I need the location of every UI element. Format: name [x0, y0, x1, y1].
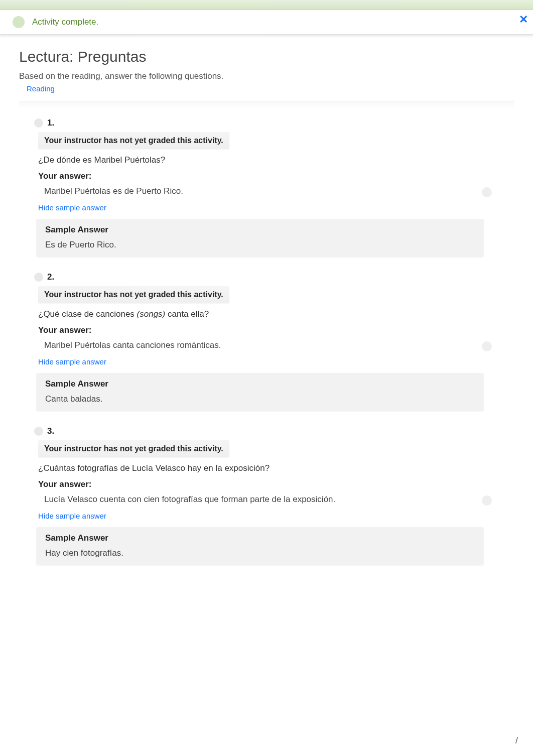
question-header: 3.: [34, 426, 514, 436]
your-answer-label: Your answer:: [38, 171, 514, 181]
grade-status: Your instructor has not yet graded this …: [38, 286, 229, 303]
sample-answer-title: Sample Answer: [45, 533, 475, 543]
page-subtitle: Based on the reading, answer the followi…: [19, 71, 514, 81]
question-header: 1.: [34, 118, 514, 128]
answer-status-icon: [482, 341, 492, 351]
your-answer-label: Your answer:: [38, 325, 514, 335]
question-block: 2. Your instructor has not yet graded th…: [34, 272, 514, 411]
notification-bar: Activity complete. ✕: [0, 10, 533, 34]
question-bullet-icon: [34, 118, 43, 128]
your-answer-text: Maribel Puértolas es de Puerto Rico.: [44, 186, 474, 196]
question-text: ¿Qué clase de canciones (songs) canta el…: [38, 309, 514, 319]
sample-answer-box: Sample Answer Hay cien fotografías.: [36, 527, 484, 565]
sample-answer-title: Sample Answer: [45, 379, 475, 389]
question-number: 3.: [47, 426, 54, 436]
answer-row: Maribel Puértolas canta canciones románt…: [34, 340, 514, 350]
your-answer-text: Maribel Puértolas canta canciones románt…: [44, 340, 474, 350]
question-bullet-icon: [34, 273, 43, 282]
question-text-post: canta ella?: [165, 309, 209, 319]
divider: [0, 34, 533, 38]
hide-sample-link[interactable]: Hide sample answer: [38, 203, 106, 212]
your-answer-label: Your answer:: [38, 479, 514, 489]
question-number: 2.: [47, 272, 54, 282]
grade-status: Your instructor has not yet graded this …: [38, 440, 229, 457]
sample-answer-title: Sample Answer: [45, 225, 475, 235]
sample-answer-box: Sample Answer Es de Puerto Rico.: [36, 219, 484, 257]
answer-row: Lucía Velasco cuenta con cien fotografía…: [34, 494, 514, 505]
questions-area: 1. Your instructor has not yet graded th…: [19, 108, 514, 565]
sample-answer-text: Canta baladas.: [45, 394, 475, 404]
hide-sample-link[interactable]: Hide sample answer: [38, 357, 106, 366]
question-text-pre: ¿Qué clase de canciones: [38, 309, 137, 319]
question-text-em: (songs): [137, 309, 166, 319]
sample-answer-box: Sample Answer Canta baladas.: [36, 373, 484, 411]
question-text: ¿De dónde es Maribel Puértolas?: [38, 155, 514, 165]
section-divider: [19, 101, 514, 108]
grade-status: Your instructor has not yet graded this …: [38, 132, 229, 149]
hide-sample-link[interactable]: Hide sample answer: [38, 512, 106, 520]
page-title: Lectura: Preguntas: [19, 48, 514, 65]
close-icon[interactable]: ✕: [519, 14, 528, 25]
answer-row: Maribel Puértolas es de Puerto Rico.: [34, 186, 514, 196]
question-block: 1. Your instructor has not yet graded th…: [34, 118, 514, 257]
question-number: 1.: [47, 118, 54, 128]
question-bullet-icon: [34, 427, 43, 436]
content-area: Lectura: Preguntas Based on the reading,…: [0, 38, 533, 565]
question-block: 3. Your instructor has not yet graded th…: [34, 426, 514, 565]
top-accent-bar: [0, 0, 533, 10]
question-header: 2.: [34, 272, 514, 282]
answer-status-icon: [482, 187, 492, 197]
notification-text: Activity complete.: [32, 17, 98, 27]
check-icon: [13, 16, 25, 28]
question-text: ¿Cuántas fotografías de Lucía Velasco ha…: [38, 463, 514, 473]
answer-status-icon: [482, 495, 492, 506]
sample-answer-text: Hay cien fotografías.: [45, 548, 475, 558]
your-answer-text: Lucía Velasco cuenta con cien fotografía…: [44, 494, 474, 505]
reading-link[interactable]: Reading: [27, 84, 55, 93]
sample-answer-text: Es de Puerto Rico.: [45, 240, 475, 250]
